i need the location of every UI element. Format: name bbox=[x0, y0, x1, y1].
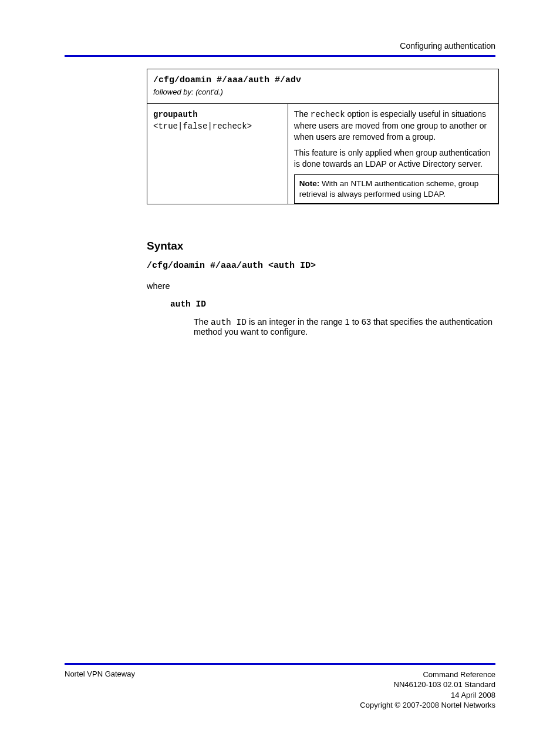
table-right-cell: The recheck option is especially useful … bbox=[288, 104, 498, 204]
desc-para-1-pre: The bbox=[294, 109, 311, 119]
cmd-options: <true|false|recheck> bbox=[153, 122, 252, 131]
note-box: Note: With an NTLM authentication scheme… bbox=[294, 174, 498, 204]
note-label: Note: bbox=[299, 179, 320, 188]
footer-right-1: Command Reference bbox=[360, 669, 495, 680]
syntax-line: /cfg/doamin #/aaa/auth <auth ID> bbox=[147, 261, 495, 271]
desc-para-1-code: recheck bbox=[311, 110, 345, 119]
table-subcaption-note: (cont'd.) bbox=[195, 88, 223, 96]
param-desc-code: auth ID bbox=[211, 318, 247, 327]
param-desc: The auth ID is an integer in the range 1… bbox=[194, 317, 495, 337]
footer-right-3: 14 April 2008 bbox=[360, 690, 495, 701]
header-rule bbox=[65, 55, 495, 57]
param-desc-pre: The bbox=[194, 317, 211, 327]
note-text: With an NTLM authentication scheme, grou… bbox=[299, 179, 478, 198]
footer-rule bbox=[65, 663, 495, 665]
footer-right-2: NN46120-103 02.01 Standard bbox=[360, 679, 495, 690]
table-left-cell: groupauth <true|false|recheck> bbox=[147, 104, 288, 204]
table-title-cell: /cfg/doamin #/aaa/auth #/adv followed by… bbox=[147, 69, 499, 104]
desc-para-2: This feature is only applied when group … bbox=[294, 147, 492, 170]
page-footer: Nortel VPN Gateway Command Reference NN4… bbox=[65, 663, 495, 711]
page-header-right: Configuring authentication bbox=[65, 41, 495, 51]
table-subcaption-prefix: followed by: bbox=[153, 88, 194, 96]
footer-copyright: Copyright © 2007-2008 Nortel Networks bbox=[360, 700, 495, 711]
param-label: auth ID bbox=[170, 300, 206, 309]
cmd-name: groupauth bbox=[153, 110, 198, 119]
desc-para-1: The recheck option is especially useful … bbox=[294, 109, 492, 143]
command-table: /cfg/doamin #/aaa/auth #/adv followed by… bbox=[147, 69, 499, 204]
footer-left: Nortel VPN Gateway bbox=[65, 669, 135, 711]
table-title-path: /cfg/doamin #/aaa/auth #/adv bbox=[153, 75, 301, 85]
where-label: where bbox=[147, 281, 495, 291]
section-title: Syntax bbox=[147, 240, 495, 253]
